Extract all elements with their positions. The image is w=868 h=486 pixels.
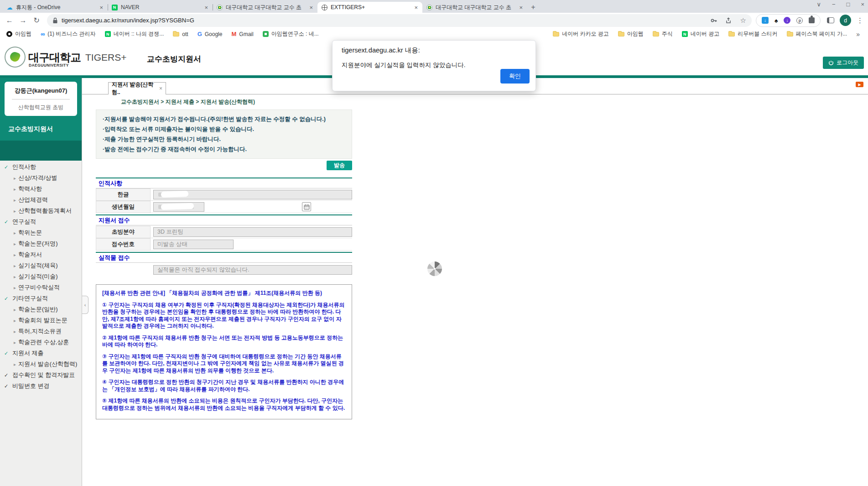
sidebar-item-submit[interactable]: ✓지원서 제출 xyxy=(0,348,82,359)
bookmark-business-manager[interactable]: ∞(1) 비즈니스 관리자 xyxy=(41,30,96,38)
daegu-univ-favicon-icon xyxy=(217,5,223,10)
sidebar-item-conference-papers[interactable]: ▸학술회의 발표논문 xyxy=(0,315,82,326)
globe-favicon-icon xyxy=(322,5,327,10)
mdi-tabstrip-line xyxy=(82,94,868,94)
password-key-icon[interactable] xyxy=(710,17,717,24)
mdi-tab-send-application[interactable]: 지원서 발송(산학협.. × xyxy=(108,82,166,94)
tab-close-icon[interactable]: × xyxy=(99,5,104,10)
bookmark-folder-naver-kakao-ad[interactable]: 네이버 카카오 광고 xyxy=(553,30,609,38)
sidebar-item-awards[interactable]: ▸학술관련 수상,상훈 xyxy=(0,337,82,348)
alert-confirm-button[interactable]: 확인 xyxy=(500,69,530,84)
bookmark-naver-ad[interactable]: N네이버 광고 xyxy=(682,30,719,38)
reload-button[interactable]: ↻ xyxy=(30,16,43,25)
sidebar-item-books[interactable]: ▸학술저서 xyxy=(0,249,82,260)
window-minimize-button[interactable]: − xyxy=(832,1,836,8)
browser-tab-onedrive[interactable]: ☁ 휴지통 - OneDrive × xyxy=(3,2,108,13)
sidebar-item-profile[interactable]: ▸신상/자격/상벌 xyxy=(0,172,82,183)
browser-tab-exttigers-active[interactable]: EXTTIGERS+ × xyxy=(317,2,422,13)
bookmark-folder-stocks[interactable]: 주식 xyxy=(653,30,673,38)
arrow-icon: ▸ xyxy=(14,241,16,246)
side-panel-icon[interactable] xyxy=(827,17,834,23)
url-text[interactable]: tigersext.daegu.ac.kr/nxrun/index.jsp?SY… xyxy=(62,17,710,24)
dark-extension-icon[interactable]: ♠ xyxy=(774,17,778,24)
legal-paragraph: ⑤ 제1항에 따른 채용서류의 반환에 소요되는 비용은 원칙적으로 구인자가 … xyxy=(102,397,346,412)
browser-menu-icon[interactable]: ⋮ xyxy=(857,16,863,25)
legal-paragraph: ① 구인자는 구직자의 채용 여부가 확정된 이후 구직자(확정된 채용대상자는… xyxy=(102,302,346,330)
folder-icon xyxy=(653,32,659,37)
send-button[interactable]: 발송 xyxy=(327,161,352,170)
bookmark-star-icon[interactable]: ☆ xyxy=(740,16,746,25)
address-bar[interactable]: tigersext.daegu.ac.kr/nxrun/index.jsp?SY… xyxy=(47,14,752,27)
hangul-label: 한글 xyxy=(96,188,151,201)
sidebar-item-send-application[interactable]: ▸지원서 발송(산학협력) xyxy=(0,359,82,370)
receipt-label: 접수번호 xyxy=(96,238,151,251)
bookmarks-overflow-icon[interactable]: » xyxy=(856,31,860,38)
sidebar-item-journal-papers[interactable]: ▸학술논문(저명) xyxy=(0,238,82,249)
bookmark-folder-imweb[interactable]: 아임웹 xyxy=(618,30,644,38)
bookmark-naver-my[interactable]: N네이버 :: 나의 경쟁... xyxy=(105,30,164,38)
sidebar-item-personal[interactable]: ✓인적사항 xyxy=(0,162,82,172)
extensions-puzzle-icon[interactable] xyxy=(809,17,815,23)
arrow-icon: ▸ xyxy=(14,362,16,367)
sidebar-item-other-research[interactable]: ✓기타연구실적 xyxy=(0,293,82,304)
sidebar-item-education[interactable]: ▸학력사항 xyxy=(0,183,82,194)
new-tab-button[interactable]: + xyxy=(527,2,539,13)
forward-button[interactable]: → xyxy=(16,16,30,25)
tab-search-caret-icon[interactable]: ∨ xyxy=(816,1,821,8)
sidebar-item-industry-career[interactable]: ▸산업체경력 xyxy=(0,194,82,205)
calendar-button[interactable] xyxy=(302,202,311,211)
sidebar-item-general-papers[interactable]: ▸학술논문(일반) xyxy=(0,304,82,315)
sidebar-item-receipt-check[interactable]: ✓접수확인 및 합격자발표 xyxy=(0,370,82,381)
tab-close-icon[interactable]: × xyxy=(308,5,314,10)
arrow-icon: ▸ xyxy=(14,340,16,345)
tab-close-icon[interactable]: × xyxy=(413,5,419,10)
sidebar-menu: ✓인적사항 ▸신상/자격/상벌 ▸학력사항 ▸산업체경력 ▸산학협력활동계획서 … xyxy=(0,162,82,392)
sidebar-item-patents[interactable]: ▸특허,지적소유권 xyxy=(0,326,82,337)
window-maximize-button[interactable]: □ xyxy=(847,1,850,8)
pinterest-extension-icon[interactable]: p xyxy=(796,17,803,24)
bookmark-gmail[interactable]: MGmail xyxy=(231,31,253,37)
birthdate-label: 생년월일 xyxy=(96,201,151,213)
sidebar-item-password-change[interactable]: ✓비밀번호 변경 xyxy=(0,381,82,392)
bookmark-folder-removable-sticker[interactable]: 리무버블 스티커 xyxy=(728,30,777,38)
sidebar-item-cooperation-plan[interactable]: ▸산학협력활동계획서 xyxy=(0,205,82,216)
folder-icon xyxy=(728,32,735,37)
sidebar-item-thesis[interactable]: ▸학위논문 xyxy=(0,227,82,238)
check-icon: ✓ xyxy=(4,219,10,225)
mdi-tab-close-icon[interactable]: × xyxy=(159,85,162,92)
folder-icon xyxy=(553,32,559,37)
section-works: 실적물 접수 xyxy=(96,253,352,263)
bookmark-folder-facebook-page[interactable]: 페이스북 페이지 가... xyxy=(787,30,847,38)
arrow-icon: ▸ xyxy=(14,176,16,181)
extensions-pill: ↓ ♠ ↓ p xyxy=(756,14,821,27)
arrow-icon: ▸ xyxy=(14,252,16,257)
naver-icon: N xyxy=(105,31,111,37)
bookmark-folder-ott[interactable]: ott xyxy=(173,31,188,37)
sidebar-menu-title[interactable]: 교수초빙지원서 xyxy=(8,125,53,133)
bookmark-google[interactable]: GGoogle xyxy=(198,31,223,37)
tab-close-icon[interactable]: × xyxy=(518,5,524,10)
back-button[interactable]: ← xyxy=(3,16,16,25)
arrow-icon: ▸ xyxy=(14,329,16,334)
works-input: 실적물은 아직 접수되지 않았습니다. xyxy=(153,265,352,275)
sidebar-collapse-handle[interactable]: ‹ xyxy=(82,296,88,314)
bookmark-imweb[interactable]: 아임웹 xyxy=(6,30,31,38)
share-icon[interactable] xyxy=(725,17,733,24)
arrow-icon: ▸ xyxy=(14,263,16,268)
bookmark-imweb-lab[interactable]: 아임웹연구소 : 네... xyxy=(263,30,319,38)
browser-tab-naver[interactable]: N NAVER × xyxy=(108,2,213,13)
tab-close-icon[interactable]: × xyxy=(203,5,209,10)
folder-icon xyxy=(173,32,179,37)
browser-tab-daegu-1[interactable]: 대구대학교 대구대학교 교수 초 × xyxy=(213,2,317,13)
window-close-button[interactable]: × xyxy=(861,1,864,8)
sidebar-item-practical-art[interactable]: ▸실기실적(미술) xyxy=(0,271,82,282)
sidebar-item-practical-sports[interactable]: ▸실기실적(체육) xyxy=(0,260,82,271)
sidebar-item-research-funds[interactable]: ▸연구비수탁실적 xyxy=(0,282,82,293)
mdi-expand-icon[interactable]: ▶ xyxy=(856,82,863,87)
downloader-extension-icon[interactable]: ↓ xyxy=(762,17,769,24)
profile-avatar[interactable]: d xyxy=(840,15,851,26)
sidebar-item-research[interactable]: ✓연구실적 xyxy=(0,216,82,227)
browser-tab-daegu-2[interactable]: 대구대학교 대구대학교 교수 초 × xyxy=(422,2,527,13)
logout-button[interactable]: 로그아웃 xyxy=(823,57,864,69)
purple-extension-icon[interactable]: ↓ xyxy=(784,17,790,24)
